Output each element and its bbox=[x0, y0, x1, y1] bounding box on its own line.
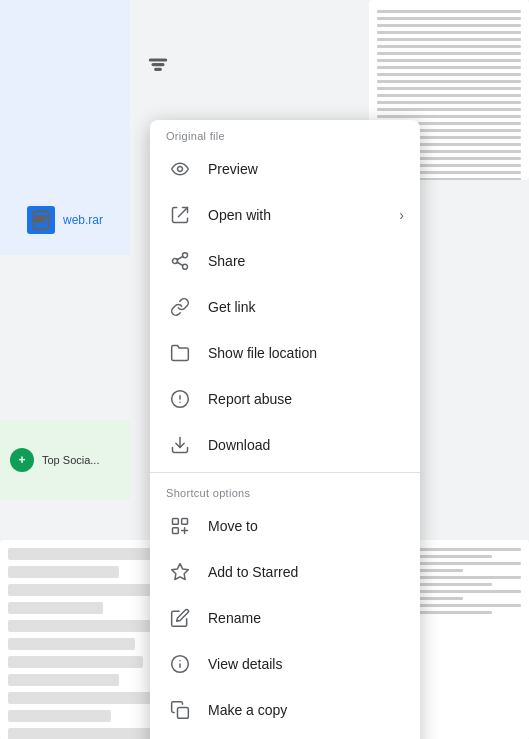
menu-get-link-label: Get link bbox=[208, 299, 404, 315]
star-icon bbox=[166, 558, 194, 586]
download-icon bbox=[166, 431, 194, 459]
menu-add-starred-label: Add to Starred bbox=[208, 564, 404, 580]
report-icon bbox=[166, 385, 194, 413]
menu-download-label: Download bbox=[208, 437, 404, 453]
svg-line-11 bbox=[177, 256, 183, 259]
folder-icon bbox=[166, 339, 194, 367]
link-icon bbox=[166, 293, 194, 321]
menu-rename-label: Rename bbox=[208, 610, 404, 626]
menu-open-with-label: Open with bbox=[208, 207, 399, 223]
social-label: Top Socia... bbox=[42, 454, 99, 466]
copy-icon bbox=[166, 696, 194, 724]
svg-rect-17 bbox=[182, 519, 188, 525]
svg-rect-16 bbox=[173, 519, 179, 525]
share-icon bbox=[166, 247, 194, 275]
menu-item-remove[interactable]: Remove bbox=[150, 733, 420, 739]
menu-item-move-to[interactable]: Move to bbox=[150, 503, 420, 549]
menu-item-rename[interactable]: Rename bbox=[150, 595, 420, 641]
svg-point-6 bbox=[178, 167, 183, 172]
sort-icon-area bbox=[148, 55, 168, 79]
context-menu: Original file Preview Open with › bbox=[150, 120, 420, 739]
svg-rect-4 bbox=[36, 216, 46, 218]
menu-item-share[interactable]: Share bbox=[150, 238, 420, 284]
menu-make-copy-label: Make a copy bbox=[208, 702, 404, 718]
svg-rect-0 bbox=[149, 59, 166, 61]
webrar-file-icon bbox=[27, 206, 55, 234]
menu-item-report-abuse[interactable]: Report abuse bbox=[150, 376, 420, 422]
eye-icon bbox=[166, 155, 194, 183]
menu-item-show-location[interactable]: Show file location bbox=[150, 330, 420, 376]
bottom-left-card bbox=[0, 540, 175, 739]
info-icon bbox=[166, 650, 194, 678]
social-card: + Top Socia... bbox=[0, 420, 130, 500]
svg-line-10 bbox=[177, 262, 183, 265]
open-with-icon bbox=[166, 201, 194, 229]
menu-item-get-link[interactable]: Get link bbox=[150, 284, 420, 330]
move-icon bbox=[166, 512, 194, 540]
svg-rect-2 bbox=[155, 68, 162, 70]
svg-marker-19 bbox=[172, 564, 189, 580]
menu-item-view-details[interactable]: View details bbox=[150, 641, 420, 687]
section1-label: Original file bbox=[150, 120, 420, 146]
webrar-label: web.rar bbox=[63, 213, 103, 227]
menu-view-details-label: View details bbox=[208, 656, 404, 672]
menu-report-abuse-label: Report abuse bbox=[208, 391, 404, 407]
menu-item-open-with[interactable]: Open with › bbox=[150, 192, 420, 238]
menu-share-label: Share bbox=[208, 253, 404, 269]
menu-item-preview[interactable]: Preview bbox=[150, 146, 420, 192]
webrar-card: web.rar bbox=[0, 185, 130, 255]
svg-rect-5 bbox=[36, 220, 44, 222]
social-file-icon: + bbox=[10, 448, 34, 472]
section2-label: Shortcut options bbox=[150, 477, 420, 503]
menu-item-add-starred[interactable]: Add to Starred bbox=[150, 549, 420, 595]
svg-rect-23 bbox=[178, 708, 189, 719]
left-panel-top bbox=[0, 0, 130, 185]
menu-preview-label: Preview bbox=[208, 161, 404, 177]
rename-icon bbox=[166, 604, 194, 632]
svg-rect-18 bbox=[173, 528, 179, 534]
svg-rect-1 bbox=[152, 64, 164, 66]
menu-move-to-label: Move to bbox=[208, 518, 404, 534]
menu-item-make-copy[interactable]: Make a copy bbox=[150, 687, 420, 733]
menu-item-download[interactable]: Download bbox=[150, 422, 420, 468]
open-with-arrow: › bbox=[399, 207, 404, 223]
menu-divider bbox=[150, 472, 420, 473]
menu-show-location-label: Show file location bbox=[208, 345, 404, 361]
